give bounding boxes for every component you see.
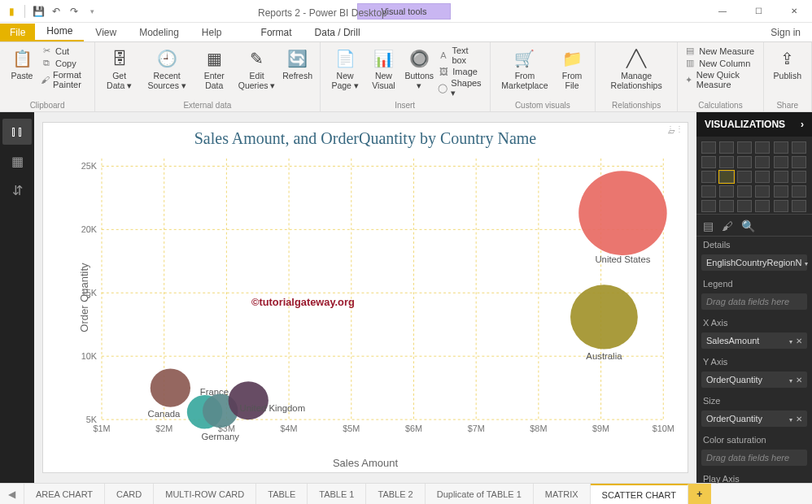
tab-view[interactable]: View (84, 24, 128, 41)
tab-home[interactable]: Home (35, 22, 84, 41)
color-saturation-field-well[interactable]: Drag data fields here (701, 450, 807, 466)
viz-type-thumb[interactable] (755, 141, 770, 154)
viz-type-thumb[interactable] (755, 156, 770, 168)
new-visual-button[interactable]: 📊New Visual (367, 46, 401, 99)
cut-button[interactable]: ✂Cut (41, 46, 88, 56)
chevron-down-icon[interactable]: ▾ (789, 338, 792, 345)
shapes-button[interactable]: ◯Shapes ▾ (438, 78, 482, 98)
report-view-button[interactable]: ⫿⫿ (2, 119, 32, 145)
redo-icon[interactable]: ↷ (68, 5, 81, 18)
recent-sources-button[interactable]: 🕘Recent Sources ▾ (140, 46, 194, 99)
tab-modeling[interactable]: Modeling (128, 24, 190, 41)
tab-format[interactable]: Format (250, 24, 303, 41)
viz-type-thumb[interactable] (755, 200, 770, 212)
viz-type-thumb[interactable] (737, 185, 752, 198)
image-button[interactable]: 🖼Image (438, 67, 482, 76)
viz-type-thumb[interactable] (701, 200, 716, 212)
from-marketplace-button[interactable]: 🛒From Marketplace (497, 46, 553, 99)
model-view-button[interactable]: ⇵ (2, 177, 32, 203)
viz-type-thumb[interactable] (774, 185, 788, 198)
viz-type-thumb[interactable] (755, 171, 770, 183)
chevron-down-icon[interactable]: ▾ (805, 260, 808, 267)
scroll-left-button[interactable]: ◀ (0, 484, 24, 504)
add-page-button[interactable]: + (688, 484, 711, 504)
new-page-button[interactable]: 📄New Page ▾ (327, 46, 364, 99)
viz-type-thumb[interactable] (701, 156, 716, 168)
focus-mode-icon[interactable]: ▱ (668, 126, 674, 137)
viz-type-thumb[interactable] (701, 141, 716, 154)
tab-file[interactable]: File (0, 24, 35, 41)
tab-help[interactable]: Help (190, 24, 234, 41)
buttons-button[interactable]: 🔘Buttons ▾ (404, 46, 434, 99)
details-field-well[interactable]: EnglishCountryRegionN▾✕ (701, 254, 807, 271)
textbox-button[interactable]: AText box (438, 46, 482, 65)
viz-type-thumb[interactable] (701, 185, 716, 198)
viz-type-thumb[interactable] (774, 171, 788, 183)
remove-field-icon[interactable]: ✕ (796, 337, 802, 345)
chevron-down-icon[interactable]: ▾ (789, 377, 792, 385)
viz-type-thumb[interactable] (792, 171, 806, 183)
undo-icon[interactable]: ↶ (50, 5, 63, 18)
format-painter-button[interactable]: 🖌Format Painter (41, 70, 88, 89)
visualizations-header[interactable]: VISUALIZATIONS› (696, 112, 812, 137)
viz-type-thumb[interactable] (792, 185, 806, 198)
viz-type-thumb[interactable] (719, 141, 734, 154)
viz-type-thumb[interactable] (774, 141, 788, 154)
sign-in-link[interactable]: Sign in (759, 24, 812, 41)
size-field-well[interactable]: OrderQuantity▾✕ (701, 411, 807, 427)
publish-button[interactable]: ⇪Publish (771, 46, 805, 99)
paste-button[interactable]: 📋Paste (7, 46, 37, 99)
data-view-button[interactable]: ▦ (2, 148, 32, 174)
page-tab[interactable]: AREA CHART (24, 484, 105, 504)
from-file-button[interactable]: 📁From File (556, 46, 588, 99)
viz-type-thumb[interactable] (737, 200, 752, 212)
viz-type-thumb[interactable] (719, 171, 734, 183)
page-tab[interactable]: TABLE 1 (308, 484, 366, 504)
viz-type-thumb[interactable] (719, 156, 734, 168)
yaxis-field-well[interactable]: OrderQuantity▾✕ (701, 371, 807, 388)
remove-field-icon[interactable]: ✕ (796, 415, 802, 424)
refresh-button[interactable]: 🔄Refresh (282, 46, 313, 99)
viz-type-thumb[interactable] (719, 200, 734, 212)
maximize-button[interactable]: ☐ (740, 0, 776, 23)
analytics-tab-icon[interactable]: 🔍 (741, 219, 755, 232)
viz-type-thumb[interactable] (792, 141, 806, 154)
save-icon[interactable]: 💾 (32, 5, 45, 18)
enter-data-button[interactable]: ▦Enter Data (197, 46, 232, 99)
viz-type-thumb[interactable] (792, 156, 806, 168)
viz-type-thumb[interactable] (737, 141, 752, 154)
viz-type-thumb[interactable] (792, 200, 806, 212)
page-tab[interactable]: Duplicate of TABLE 1 (426, 484, 534, 504)
minimize-button[interactable]: — (705, 0, 740, 23)
viz-type-thumb[interactable] (737, 171, 752, 183)
chart-visual[interactable]: ⋮⋮ ▱ Sales Amount, and OrderQuantity by … (42, 122, 688, 473)
page-tab[interactable]: TABLE (256, 484, 308, 504)
fields-tab-icon[interactable]: ▤ (703, 219, 714, 232)
legend-field-well[interactable]: Drag data fields here (701, 293, 807, 310)
new-measure-button[interactable]: ▤New Measure (684, 46, 756, 56)
page-tab[interactable]: SCATTER CHART (591, 484, 688, 504)
viz-type-thumb[interactable] (755, 185, 770, 198)
page-tab[interactable]: MATRIX (534, 484, 591, 504)
qat-customize-icon[interactable]: ▾ (85, 5, 98, 18)
format-tab-icon[interactable]: 🖌 (722, 219, 733, 232)
page-tab[interactable]: MULTI-ROW CARD (154, 484, 256, 504)
page-tab[interactable]: TABLE 2 (366, 484, 425, 504)
edit-queries-button[interactable]: ✎Edit Queries ▾ (235, 46, 279, 99)
new-column-button[interactable]: ▥New Column (684, 58, 756, 68)
remove-field-icon[interactable]: ✕ (796, 376, 802, 385)
copy-button[interactable]: ⧉Copy (41, 58, 88, 68)
manage-relationships-button[interactable]: ╱╲Manage Relationships (602, 46, 670, 99)
viz-type-thumb[interactable] (737, 156, 752, 168)
tab-data-drill[interactable]: Data / Drill (303, 24, 372, 41)
viz-type-thumb[interactable] (774, 200, 788, 212)
get-data-button[interactable]: 🗄Get Data ▾ (102, 46, 137, 99)
viz-type-thumb[interactable] (774, 156, 788, 168)
viz-type-thumb[interactable] (701, 171, 716, 183)
page-tab[interactable]: CARD (105, 484, 154, 504)
new-quick-measure-button[interactable]: ✦New Quick Measure (684, 70, 756, 89)
chevron-down-icon[interactable]: ▾ (789, 416, 792, 424)
close-button[interactable]: ✕ (776, 0, 812, 23)
xaxis-field-well[interactable]: SalesAmount▾✕ (701, 332, 807, 349)
viz-type-thumb[interactable] (719, 185, 734, 198)
